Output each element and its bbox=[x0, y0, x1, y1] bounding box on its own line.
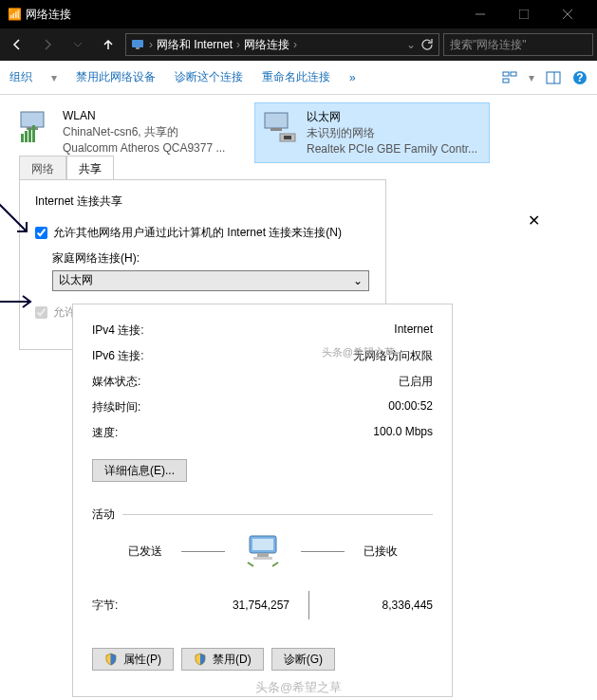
history-dropdown[interactable] bbox=[65, 32, 91, 57]
svg-rect-3 bbox=[503, 72, 509, 76]
bytes-received: 8,336,445 bbox=[328, 599, 433, 612]
forward-button[interactable] bbox=[34, 32, 61, 57]
allow-control-checkbox bbox=[35, 306, 47, 319]
minimize-button[interactable] bbox=[458, 0, 502, 28]
dialog-close-button[interactable]: ✕ bbox=[528, 212, 540, 230]
speed-label: 速度: bbox=[92, 425, 118, 441]
address-bar[interactable]: › 网络和 Internet › 网络连接 › ⌄ bbox=[125, 33, 439, 56]
command-bar: 组织▾ 禁用此网络设备 诊断这个连接 重命名此连接 » ▾ ? bbox=[0, 61, 597, 95]
preview-pane-icon[interactable] bbox=[546, 70, 561, 85]
adapter-wlan[interactable]: WLAN ChinaNet-csn6, 共享的 Qualcomm Atheros… bbox=[11, 102, 247, 163]
section-title: Internet 连接共享 bbox=[35, 193, 370, 210]
chevron-right-icon: › bbox=[293, 38, 297, 51]
adapter-ethernet[interactable]: 以太网 未识别的网络 Realtek PCIe GBE Family Contr… bbox=[254, 102, 490, 163]
disable-device[interactable]: 禁用此网络设备 bbox=[76, 69, 156, 85]
svg-rect-4 bbox=[511, 72, 516, 76]
adapter-name: WLAN bbox=[63, 108, 225, 124]
folder-icon: 📶 bbox=[8, 8, 22, 21]
back-button[interactable] bbox=[4, 32, 30, 57]
bytes-sent: 31,754,257 bbox=[185, 599, 289, 612]
chevron-down-icon[interactable]: ⌄ bbox=[406, 38, 416, 51]
network-icon bbox=[130, 37, 145, 52]
window-title: 网络连接 bbox=[22, 7, 458, 23]
help-icon[interactable]: ? bbox=[572, 70, 588, 85]
ipv6-label: IPv6 连接: bbox=[92, 348, 144, 364]
svg-rect-1 bbox=[132, 40, 143, 47]
svg-rect-0 bbox=[519, 9, 529, 19]
properties-button[interactable]: 属性(P) bbox=[92, 648, 174, 671]
svg-rect-12 bbox=[21, 134, 24, 142]
adapter-status: 未识别的网络 bbox=[307, 125, 477, 141]
diagnose-connection[interactable]: 诊断这个连接 bbox=[175, 69, 243, 85]
breadcrumb-2[interactable]: 网络连接 bbox=[244, 37, 289, 53]
svg-rect-14 bbox=[28, 128, 31, 142]
refresh-icon[interactable] bbox=[420, 37, 435, 52]
watermark-footer: 头条@希望之草 bbox=[0, 679, 597, 696]
svg-rect-13 bbox=[25, 131, 28, 142]
chevron-right-icon: › bbox=[236, 38, 240, 51]
allow-sharing-checkbox[interactable] bbox=[35, 227, 47, 239]
up-button[interactable] bbox=[95, 32, 121, 57]
navbar: › 网络和 Internet › 网络连接 › ⌄ 搜索"网络连接" bbox=[0, 28, 597, 61]
organize-menu[interactable]: 组织 bbox=[9, 69, 32, 85]
activity-label: 活动 bbox=[92, 507, 115, 523]
media-value: 已启用 bbox=[399, 374, 433, 390]
svg-rect-2 bbox=[136, 47, 140, 49]
adapter-status: ChinaNet-csn6, 共享的 bbox=[63, 124, 225, 140]
close-button[interactable] bbox=[546, 0, 589, 28]
bytes-label: 字节: bbox=[92, 598, 118, 614]
duration-label: 持续时间: bbox=[92, 399, 140, 415]
disable-button[interactable]: 禁用(D) bbox=[181, 648, 264, 671]
svg-rect-6 bbox=[547, 72, 560, 83]
titlebar: 📶 网络连接 bbox=[0, 0, 597, 28]
breadcrumb-1[interactable]: 网络和 Internet bbox=[157, 37, 233, 53]
home-connection-select[interactable]: 以太网 ⌄ bbox=[52, 270, 369, 291]
wlan-icon bbox=[17, 108, 55, 146]
svg-rect-16 bbox=[265, 113, 288, 128]
view-options-icon[interactable] bbox=[502, 70, 517, 85]
ethernet-icon bbox=[261, 109, 299, 147]
svg-rect-5 bbox=[503, 79, 509, 83]
rename-connection[interactable]: 重命名此连接 bbox=[262, 69, 330, 85]
status-panel: 头条@希望之草 IPv4 连接:Internet IPv6 连接:无网络访问权限… bbox=[72, 304, 453, 697]
maximize-button[interactable] bbox=[502, 0, 546, 28]
diagnose-button[interactable]: 诊断(G) bbox=[271, 648, 335, 671]
more-commands[interactable]: » bbox=[349, 71, 356, 84]
svg-rect-17 bbox=[271, 128, 282, 131]
shield-icon bbox=[194, 653, 207, 666]
search-input[interactable]: 搜索"网络连接" bbox=[443, 33, 593, 56]
allow-sharing-label: 允许其他网络用户通过此计算机的 Internet 连接来连接(N) bbox=[35, 225, 370, 241]
shield-icon bbox=[104, 653, 118, 666]
annotation-arrow bbox=[0, 201, 34, 239]
svg-rect-22 bbox=[257, 553, 269, 557]
speed-value: 100.0 Mbps bbox=[373, 425, 433, 441]
svg-rect-21 bbox=[252, 539, 273, 550]
computer-icon bbox=[244, 534, 282, 568]
home-connection-label: 家庭网络连接(H): bbox=[52, 250, 370, 267]
media-label: 媒体状态: bbox=[92, 374, 140, 390]
ipv4-value: Internet bbox=[394, 322, 433, 339]
ipv4-label: IPv4 连接: bbox=[92, 322, 144, 339]
watermark: 头条@希望之草 bbox=[322, 345, 395, 359]
chevron-down-icon: ⌄ bbox=[353, 274, 363, 287]
received-label: 已接收 bbox=[364, 543, 398, 560]
svg-rect-23 bbox=[253, 557, 272, 560]
svg-rect-15 bbox=[32, 125, 35, 142]
adapter-device: Qualcomm Atheros QCA9377 ... bbox=[63, 140, 225, 157]
adapter-device: Realtek PCIe GBE Family Contr... bbox=[307, 141, 477, 157]
annotation-arrow bbox=[0, 294, 34, 309]
svg-rect-10 bbox=[21, 112, 44, 127]
adapter-name: 以太网 bbox=[307, 109, 477, 125]
details-button[interactable]: 详细信息(E)... bbox=[92, 459, 187, 482]
duration-value: 00:00:52 bbox=[388, 399, 433, 415]
svg-rect-19 bbox=[284, 136, 291, 139]
search-placeholder: 搜索"网络连接" bbox=[450, 37, 527, 53]
svg-text:?: ? bbox=[576, 71, 583, 84]
sent-label: 已发送 bbox=[128, 543, 162, 560]
chevron-right-icon: › bbox=[149, 38, 153, 51]
